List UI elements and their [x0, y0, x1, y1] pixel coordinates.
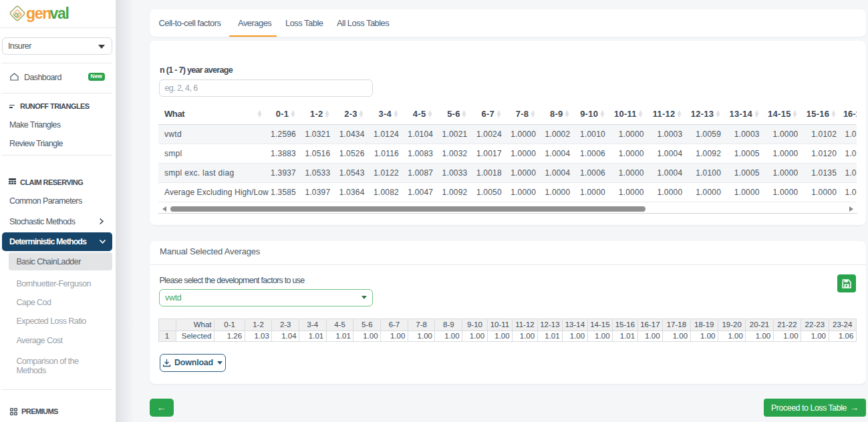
svg-text:gen: gen — [26, 5, 51, 22]
svg-text:val: val — [50, 5, 69, 22]
